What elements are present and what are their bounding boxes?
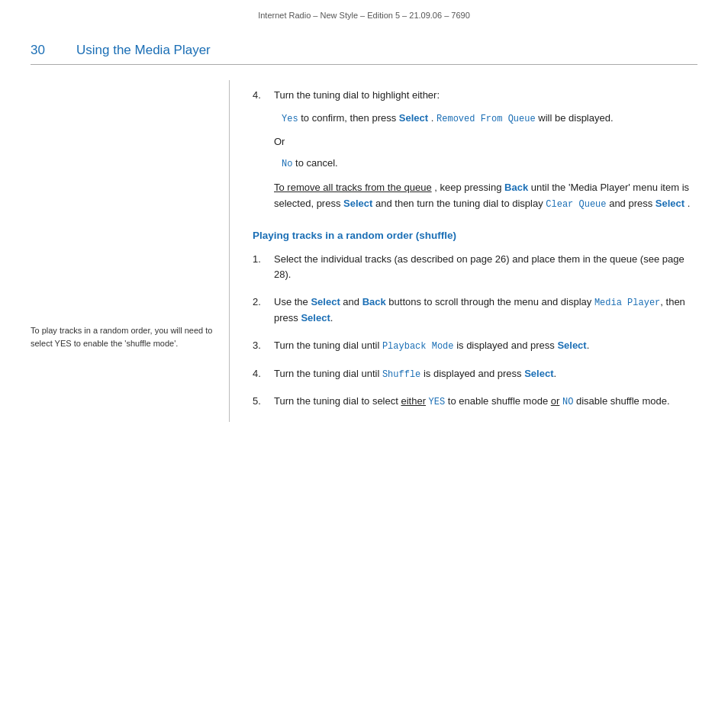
shuffle-step-5-num: 5.: [253, 394, 274, 410]
step-4-num: 4.: [253, 88, 274, 211]
removed-from-queue-mono: Removed From Queue: [436, 114, 536, 124]
step-4-yes-block: Yes to confirm, then press Select . Remo…: [282, 111, 697, 127]
step-4-item: 4. Turn the tuning dial to highlight eit…: [253, 88, 697, 211]
yes-text1: to confirm, then press: [301, 112, 399, 124]
header-text: Internet Radio – New Style – Edition 5 –…: [258, 11, 470, 20]
remove-all-block: To remove all tracks from the queue , ke…: [274, 180, 697, 211]
yes-text3: will be displayed.: [538, 112, 613, 124]
chapter-header: 30 Using the Media Player: [31, 27, 697, 64]
shuffle-heading-text: Playing tracks in a random order (shuffl…: [253, 230, 456, 241]
shuffle-step-3-num: 3.: [253, 338, 274, 354]
sidebar-note: To play tracks in a random order, you wi…: [31, 326, 212, 348]
step-4-content: Turn the tuning dial to highlight either…: [274, 88, 697, 211]
shuffle-heading: Playing tracks in a random order (shuffl…: [253, 230, 697, 241]
shuffle-step-1: 1. Select the individual tracks (as desc…: [253, 252, 697, 282]
shuffle-step-4: 4. Turn the tuning dial until Shuffle is…: [253, 366, 697, 382]
no-block: No to cancel.: [282, 156, 697, 172]
shuffle-step-4-num: 4.: [253, 366, 274, 382]
chapter-divider: [31, 64, 697, 65]
either-underline: either: [401, 395, 426, 407]
step-4-yes-line: Yes to confirm, then press Select . Remo…: [282, 111, 697, 127]
yes-mono: Yes: [282, 114, 298, 124]
page-header: Internet Radio – New Style – Edition 5 –…: [0, 0, 728, 27]
remove-all-line: To remove all tracks from the queue , ke…: [274, 180, 697, 211]
remove-all-text5: .: [688, 198, 691, 209]
select-bold-1: Select: [399, 112, 428, 124]
playback-mode-mono: Playback Mode: [382, 341, 454, 352]
shuffle-step-5-text: Turn the tuning dial to select either YE…: [274, 394, 697, 410]
shuffle-step-4-content: Turn the tuning dial until Shuffle is di…: [274, 366, 697, 382]
shuffle-step-5: 5. Turn the tuning dial to select either…: [253, 394, 697, 410]
shuffle-step-3-text: Turn the tuning dial until Playback Mode…: [274, 338, 697, 354]
remove-all-underline: To remove all tracks from the queue: [274, 182, 432, 193]
yes-text2: .: [431, 112, 436, 124]
no-mono: No: [282, 159, 292, 169]
chapter-title: Using the Media Player: [76, 43, 211, 58]
no-text: to cancel.: [295, 157, 338, 169]
step-4-intro: Turn the tuning dial to highlight either…: [274, 88, 697, 103]
chapter-number: 30: [31, 43, 76, 58]
select-bold-s3: Select: [557, 340, 586, 351]
media-player-mono: Media Player: [594, 298, 660, 308]
shuffle-step-2-content: Use the Select and Back buttons to scrol…: [274, 295, 697, 326]
sidebar: To play tracks in a random order, you wi…: [31, 80, 229, 422]
shuffle-step-4-text: Turn the tuning dial until Shuffle is di…: [274, 366, 697, 382]
or-text: Or: [274, 134, 697, 150]
shuffle-step-5-content: Turn the tuning dial to select either YE…: [274, 394, 697, 410]
or-underline: or: [551, 395, 560, 407]
main-content: 4. Turn the tuning dial to highlight eit…: [229, 80, 697, 422]
select-bold-3: Select: [656, 198, 685, 209]
shuffle-step-3: 3. Turn the tuning dial until Playback M…: [253, 338, 697, 354]
no-mono-s5: NO: [562, 397, 573, 407]
remove-all-text3: and then turn the tuning dial to display: [375, 198, 546, 209]
select-bold-s4: Select: [524, 368, 553, 379]
shuffle-step-2: 2. Use the Select and Back buttons to sc…: [253, 295, 697, 326]
back-bold-s2: Back: [362, 296, 386, 307]
shuffle-step-1-text: Select the individual tracks (as describ…: [274, 252, 697, 282]
remove-all-text4: and press: [609, 198, 656, 209]
select-bold-s2: Select: [311, 296, 340, 307]
select-bold-2: Select: [343, 198, 372, 209]
shuffle-step-3-content: Turn the tuning dial until Playback Mode…: [274, 338, 697, 354]
page-layout: 30 Using the Media Player To play tracks…: [0, 27, 728, 422]
shuffle-step-2-num: 2.: [253, 295, 274, 326]
shuffle-mono: Shuffle: [382, 369, 420, 380]
clear-queue-mono: Clear Queue: [546, 199, 606, 210]
select-bold-s2b: Select: [301, 312, 330, 323]
shuffle-step-1-content: Select the individual tracks (as describ…: [274, 252, 697, 282]
remove-all-text1: , keep pressing: [434, 182, 504, 193]
no-line: No to cancel.: [282, 156, 697, 172]
content-area: To play tracks in a random order, you wi…: [31, 80, 697, 422]
back-bold-1: Back: [504, 182, 528, 193]
yes-mono-s5: YES: [429, 397, 446, 407]
or-block: Or: [274, 134, 697, 150]
shuffle-step-2-text: Use the Select and Back buttons to scrol…: [274, 295, 697, 326]
shuffle-step-1-num: 1.: [253, 252, 274, 282]
